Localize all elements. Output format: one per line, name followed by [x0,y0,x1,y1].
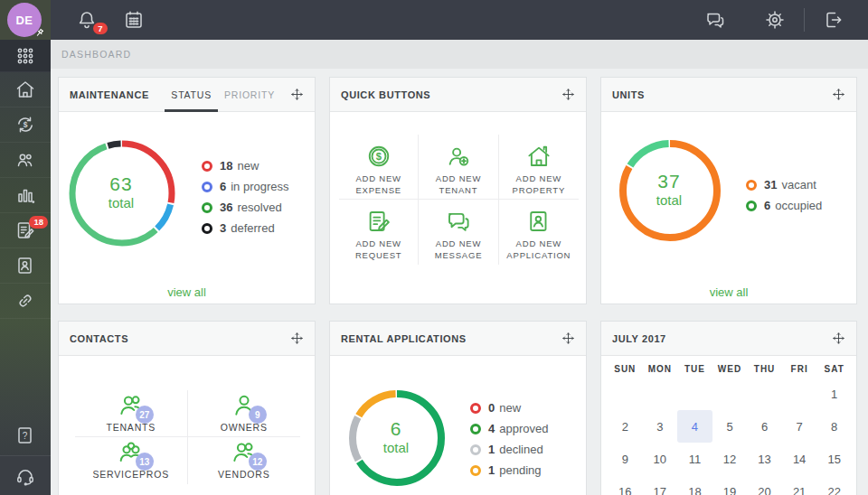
drag-handle[interactable] [832,332,845,345]
sidebar-item-help[interactable]: ? [0,416,51,455]
sidebar-item-contacts[interactable] [0,143,51,178]
notifications-button[interactable]: 7 [76,9,98,31]
maintenance-card: MAINTENANCE STATUS PRIORITY 63 total 18n… [58,77,316,304]
requests-badge: 18 [29,216,48,229]
quick-button-label: ADD NEWPROPERTY [513,173,566,197]
add-new-request-button[interactable]: ADD NEWREQUEST [339,200,419,265]
settings-button[interactable] [764,9,786,31]
contacts-group-owners[interactable]: 9 OWNERS [188,390,301,437]
maintenance-total: 63 [109,173,132,195]
doc-person-icon [525,208,552,235]
calendar-day[interactable]: 6 [747,410,782,443]
contacts-group-tenants[interactable]: 27 TENANTS [75,390,188,437]
quick-buttons-card: QUICK BUTTONS $ ADD NEWEXPENSE ADD NEWTE… [329,77,587,304]
tenants-count-badge: 27 [136,406,154,424]
dashboard-app: DE 7 DASHBOARD $ [0,0,868,495]
sidebar-item-applications[interactable] [0,248,51,284]
calendar-day[interactable]: 20 [747,475,782,495]
contacts-group-servicepros[interactable]: 13 SERVICEPROS [75,437,188,484]
calendar-icon [123,9,145,31]
calendar-day-selected[interactable]: 4 [677,410,712,443]
sidebar-item-dashboard[interactable] [0,40,51,72]
calendar-day[interactable]: 18 [677,475,712,495]
calendar-month-title: JULY 2017 [612,333,666,344]
units-view-all-link[interactable]: view all [601,285,856,299]
legend-bullet-new [470,403,481,414]
sidebar-item-requests[interactable]: 18 [0,213,51,248]
messages-button[interactable] [704,9,726,31]
tab-priority[interactable]: PRIORITY [218,78,281,112]
calendar-day[interactable]: 14 [782,443,817,475]
legend-item: 31vacant [746,174,822,195]
tab-status[interactable]: STATUS [165,78,218,112]
drag-handle[interactable] [290,88,304,101]
topbar: DE 7 [0,0,868,40]
calendar-button[interactable] [123,9,145,31]
donut-center: 63 total [65,136,177,248]
quick-button-label: ADD NEWEXPENSE [355,173,401,197]
calendar-day[interactable]: 8 [816,410,852,443]
link-chain-icon [14,290,36,312]
sidebar-item-support[interactable] [0,455,51,495]
calendar-card-header: JULY 2017 [601,322,856,356]
calendar-day[interactable]: 17 [643,475,678,495]
card-title: UNITS [612,89,645,100]
calendar-day[interactable]: 22 [816,475,852,495]
maintenance-view-all-link[interactable]: view all [59,285,315,299]
calendar-day[interactable]: 9 [608,443,643,475]
calendar-day[interactable]: 7 [782,410,817,443]
contacts-group-vendors[interactable]: 12 VENDORS [188,437,301,484]
quick-button-label: ADD NEWREQUEST [355,238,402,262]
calendar-day[interactable]: 12 [712,443,748,475]
calendar-day[interactable]: 16 [608,475,643,495]
day-name: FRI [782,360,817,378]
calendar-day[interactable]: 5 [712,410,748,443]
calendar-day[interactable]: 3 [643,410,678,443]
contacts-card: CONTACTS 27 TENANTS 9 OWNERS 13 SERVICEP… [58,321,316,495]
add-new-tenant-button[interactable]: ADD NEWTENANT [419,135,498,200]
maintenance-card-header: MAINTENANCE STATUS PRIORITY [59,78,315,112]
calendar-day[interactable]: 11 [677,443,712,475]
coin-dollar-icon: $ [365,143,392,170]
quick-buttons-card-header: QUICK BUTTONS [330,78,586,112]
calendar-day [747,378,782,410]
people-icon [14,149,36,171]
add-new-application-button[interactable]: ADD NEWAPPLICATION [499,200,579,265]
calendar-day[interactable]: 15 [816,443,852,475]
calendar-day[interactable]: 1 [816,378,852,410]
drag-handle[interactable] [832,88,845,101]
calendar-day[interactable]: 2 [608,410,643,443]
logout-button[interactable] [823,9,844,31]
calendar-day[interactable]: 21 [782,475,817,495]
calendar-day[interactable]: 10 [643,443,678,475]
pin-icon [34,26,46,38]
drag-handle[interactable] [561,332,575,345]
maintenance-donut-chart: 63 total [65,136,177,248]
owners-count-badge: 9 [249,406,267,424]
add-new-message-button[interactable]: ADD NEWMESSAGE [419,200,498,265]
calendar-day[interactable]: 19 [712,475,748,495]
calendar-day[interactable]: 13 [747,443,782,475]
card-title: RENTAL APPLICATIONS [341,333,467,344]
legend-item: 6occupied [746,195,822,216]
sidebar-item-reports[interactable] [0,178,51,213]
add-new-expense-button[interactable]: $ ADD NEWEXPENSE [339,135,419,200]
calendar-day [608,378,643,410]
servicepros-count-badge: 13 [136,453,154,471]
drag-handle[interactable] [561,88,575,101]
rental-card-header: RENTAL APPLICATIONS [330,322,586,356]
sidebar-item-properties[interactable] [0,72,51,107]
add-new-property-button[interactable]: ADD NEWPROPERTY [499,135,579,200]
sidebar-item-transactions[interactable]: $ [0,107,51,143]
legend-item: 36resolved [202,197,289,218]
chat-icon [704,9,726,31]
day-name: SAT [816,360,852,378]
bar-chart-icon [14,184,36,206]
drag-handle[interactable] [290,332,304,345]
contacts-grid: 27 TENANTS 9 OWNERS 13 SERVICEPROS 12 VE… [75,390,300,484]
legend-item: 1pending [470,460,548,481]
maintenance-tabs: STATUS PRIORITY [165,78,281,112]
avatar-cell[interactable]: DE [0,0,51,40]
sidebar-item-links[interactable] [0,284,51,319]
quick-button-label: ADD NEWMESSAGE [435,238,483,262]
